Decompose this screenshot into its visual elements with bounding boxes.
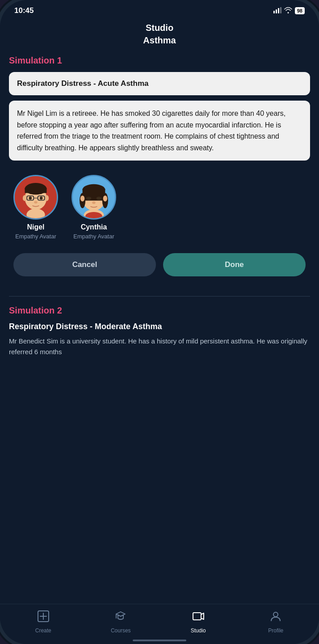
simulation-2-label: Simulation 2: [9, 305, 310, 316]
svg-rect-33: [193, 613, 201, 620]
section-divider: [9, 296, 310, 297]
nav-item-studio[interactable]: Studio: [160, 610, 237, 634]
simulation-1-desc-card: Mr Nigel Lim is a retireee. He has smoke…: [9, 101, 310, 161]
signal-icon: [273, 7, 281, 15]
svg-point-9: [23, 195, 27, 201]
action-buttons: Cancel Done: [9, 249, 310, 285]
simulation-1-label: Simulation 1: [9, 55, 310, 66]
bottom-nav: Create Courses Studio: [0, 604, 319, 644]
cancel-button[interactable]: Cancel: [13, 253, 156, 276]
cynthia-type: Empathy Avatar: [73, 233, 114, 240]
svg-point-10: [45, 195, 49, 201]
time: 10:45: [14, 6, 34, 15]
svg-rect-21: [83, 189, 105, 201]
cynthia-avatar-circle: [71, 175, 116, 220]
nav-item-profile[interactable]: Profile: [237, 610, 315, 634]
svg-point-28: [92, 202, 96, 204]
header-title: StudioAsthma: [9, 21, 310, 47]
cynthia-avatar-item[interactable]: Cynthia Empathy Avatar: [71, 175, 116, 240]
courses-icon: [114, 610, 127, 626]
simulation-1-section: Simulation 1 Respiratory Distress - Acut…: [9, 55, 310, 285]
svg-point-15: [40, 197, 43, 200]
svg-rect-0: [273, 11, 275, 13]
simulation-1-card-body: Mr Nigel Lim is a retireee. He has smoke…: [17, 110, 285, 152]
wifi-icon: [284, 7, 292, 15]
svg-point-25: [103, 196, 107, 202]
nav-item-create[interactable]: Create: [4, 610, 82, 634]
svg-rect-3: [280, 7, 281, 13]
nigel-name: Nigel: [27, 223, 44, 231]
battery: 98: [295, 7, 305, 14]
nigel-avatar-circle: [13, 175, 58, 220]
svg-point-16: [34, 201, 38, 204]
simulation-2-body: Mr Benedict Sim is a university student.…: [9, 336, 310, 357]
studio-icon: [192, 610, 205, 626]
svg-point-24: [80, 196, 84, 202]
simulation-2-title: Respiratory Distress - Moderate Asthma: [9, 322, 310, 331]
create-icon: [37, 610, 50, 626]
home-indicator: [133, 640, 186, 641]
svg-rect-8: [25, 188, 47, 193]
avatars-section: Nigel Empathy Avatar: [9, 166, 310, 249]
svg-point-14: [29, 197, 32, 200]
status-right: 98: [273, 7, 305, 15]
nav-label-profile: Profile: [268, 627, 283, 634]
svg-rect-1: [276, 9, 277, 13]
nav-label-courses: Courses: [111, 627, 131, 634]
profile-icon: [269, 610, 282, 626]
done-button[interactable]: Done: [163, 253, 306, 276]
cynthia-name: Cynthia: [81, 223, 107, 231]
phone-frame: 10:45 98 StudioAsthma: [0, 0, 319, 644]
main-content: Simulation 1 Respiratory Distress - Acut…: [0, 55, 319, 588]
svg-rect-2: [278, 8, 279, 13]
nav-label-studio: Studio: [191, 627, 206, 634]
simulation-1-card-title: Respiratory Distress - Acute Asthma: [17, 79, 148, 88]
simulation-1-title-card: Respiratory Distress - Acute Asthma: [9, 72, 310, 95]
nav-label-create: Create: [35, 627, 51, 634]
simulation-2-section: Simulation 2 Respiratory Distress - Mode…: [9, 305, 310, 357]
nigel-type: Empathy Avatar: [15, 233, 56, 240]
svg-point-34: [273, 612, 278, 617]
app-header: StudioAsthma: [0, 17, 319, 55]
nav-item-courses[interactable]: Courses: [82, 610, 160, 634]
notch: [124, 0, 195, 13]
nigel-avatar-item[interactable]: Nigel Empathy Avatar: [13, 175, 58, 240]
